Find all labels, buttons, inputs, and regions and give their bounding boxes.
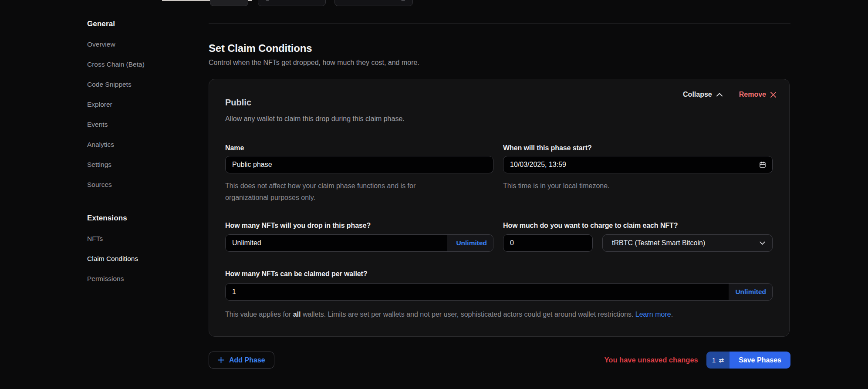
sidebar-item-cross-chain[interactable]: Cross Chain (Beta) xyxy=(87,60,196,69)
pending-transactions-badge[interactable]: 1 ⇄ xyxy=(706,352,730,369)
learn-more-link[interactable]: Learn xyxy=(635,311,653,318)
add-phase-button[interactable]: Add Phase xyxy=(209,352,274,369)
transactions-swap-icon: ⇄ xyxy=(719,357,724,363)
start-datetime-input[interactable]: 10/03/2025, 13:59 xyxy=(503,156,773,173)
sidebar-item-claim-conditions[interactable]: Claim Conditions xyxy=(87,254,196,263)
block-explorer-badge[interactable]: Rootstock Blockscout xyxy=(334,0,413,6)
sidebar-heading-general: General xyxy=(87,19,196,29)
external-link-icon xyxy=(401,0,406,1)
field-price: How much do you want to charge to claim … xyxy=(503,221,773,252)
currency-select-value: tRBTC (Testnet Smart Bitcoin) xyxy=(612,239,705,247)
copy-icon xyxy=(264,0,270,1)
field-supply: How many NFTs will you drop in this phas… xyxy=(225,221,493,252)
name-input-value: Public phase xyxy=(232,161,272,169)
cutoff-button[interactable] xyxy=(210,0,248,6)
chevron-down-icon xyxy=(760,241,765,245)
learn-more-link-wrap[interactable]: more xyxy=(655,311,671,318)
chevron-up-icon xyxy=(716,93,723,97)
per-wallet-unlimited-button[interactable]: Unlimited xyxy=(729,284,772,300)
timezone-helper-text: This time is in your local timezone. xyxy=(503,180,773,192)
sidebar-item-explorer[interactable]: Explorer xyxy=(87,100,196,109)
calendar-icon xyxy=(759,161,766,168)
contract-address-badge[interactable]: 0xcDee...90e9 xyxy=(258,0,326,6)
per-wallet-input-group: 1 Unlimited xyxy=(225,283,773,301)
per-wallet-input[interactable]: 1 xyxy=(226,284,729,300)
close-icon xyxy=(770,92,776,98)
price-field-label: How much do you want to charge to claim … xyxy=(503,221,773,230)
save-phases-split-button: 1 ⇄ Save Phases xyxy=(706,352,790,369)
sidebar-item-code-snippets[interactable]: Code Snippets xyxy=(87,80,196,89)
supply-input-group: Unlimited Unlimited xyxy=(225,234,493,252)
start-datetime-value: 10/03/2025, 13:59 xyxy=(510,161,566,169)
sidebar-item-nfts[interactable]: NFTs xyxy=(87,234,196,243)
claim-phase-card: Collapse Remove Public Allow any wallet … xyxy=(209,79,790,337)
remove-phase-button[interactable]: Remove xyxy=(739,91,776,98)
name-field-label: Name xyxy=(225,143,493,153)
sidebar-item-settings[interactable]: Settings xyxy=(87,160,196,169)
sidebar-item-analytics[interactable]: Analytics xyxy=(87,140,196,149)
supply-input[interactable]: Unlimited xyxy=(226,235,447,251)
collapse-button-label: Collapse xyxy=(683,91,712,98)
page-title: Set Claim Conditions xyxy=(209,42,790,55)
field-start-time: When will this phase start? 10/03/2025, … xyxy=(503,143,773,203)
remove-button-label: Remove xyxy=(739,91,766,98)
price-amount-input[interactable]: 0 xyxy=(503,234,593,252)
per-wallet-field-label: How many NFTs can be claimed per wallet? xyxy=(225,269,773,279)
sidebar-item-permissions[interactable]: Permissions xyxy=(87,274,196,283)
per-wallet-note: This value applies for all wallets. Limi… xyxy=(225,308,773,320)
start-field-label: When will this phase start? xyxy=(503,143,773,153)
phase-description: Allow any wallet to claim this drop duri… xyxy=(225,114,773,123)
sidebar-heading-extensions: Extensions xyxy=(87,213,196,223)
contract-address-label: 0xcDee...90e9 xyxy=(274,0,311,1)
sidebar-item-overview[interactable]: Overview xyxy=(87,40,196,49)
page-subtitle: Control when the NFTs get dropped, how m… xyxy=(209,58,790,67)
sidebar-item-sources[interactable]: Sources xyxy=(87,180,196,189)
name-input[interactable]: Public phase xyxy=(225,156,493,173)
sidebar: General Overview Cross Chain (Beta) Code… xyxy=(87,0,196,283)
explorer-badge-label: Rootstock Blockscout xyxy=(341,0,397,1)
phases-footer: Add Phase You have unsaved changes 1 ⇄ S… xyxy=(209,352,790,369)
unsaved-changes-text: You have unsaved changes xyxy=(605,356,698,364)
main-content: 0xcDee...90e9 Rootstock Blockscout Set C… xyxy=(209,0,790,369)
currency-select[interactable]: tRBTC (Testnet Smart Bitcoin) xyxy=(602,234,773,252)
save-phases-button[interactable]: Save Phases xyxy=(730,352,790,369)
field-per-wallet: How many NFTs can be claimed per wallet?… xyxy=(225,269,773,320)
name-helper-text: This does not affect how your claim phas… xyxy=(225,180,493,203)
supply-unlimited-button[interactable]: Unlimited xyxy=(447,235,493,251)
supply-field-label: How many NFTs will you drop in this phas… xyxy=(225,221,493,230)
collapse-button[interactable]: Collapse xyxy=(683,91,723,98)
plus-icon xyxy=(218,357,224,363)
field-name: Name Public phase This does not affect h… xyxy=(225,143,493,203)
sidebar-item-events[interactable]: Events xyxy=(87,120,196,129)
section-divider xyxy=(209,23,790,24)
